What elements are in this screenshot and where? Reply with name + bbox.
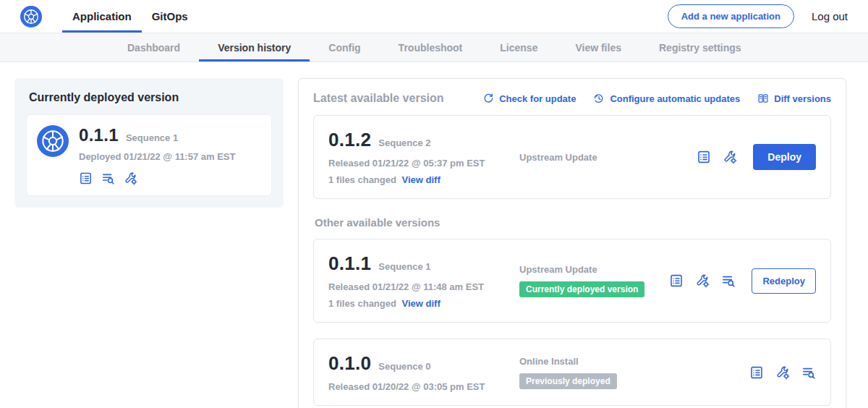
deployed-sequence: Sequence 1: [126, 132, 178, 143]
deploy-button[interactable]: Deploy: [753, 144, 816, 170]
app-icon: [37, 125, 69, 185]
panel-actions: Check for update Configure automatic upd…: [482, 93, 831, 104]
latest-available-title: Latest available version: [313, 92, 444, 105]
redeploy-button[interactable]: Redeploy: [752, 268, 816, 294]
diff-icon: [757, 93, 769, 104]
edit-config-icon[interactable]: [695, 273, 710, 288]
previously-deployed-badge: Previously deployed: [519, 373, 617, 389]
configure-automatic-updates-label: Configure automatic updates: [610, 93, 740, 104]
top-tabs: Application GitOps: [62, 0, 198, 33]
kubernetes-logo: [20, 0, 42, 33]
version-actions: Deploy: [697, 144, 816, 170]
preflight-checks-icon[interactable]: [801, 365, 816, 380]
configure-automatic-updates-link[interactable]: Configure automatic updates: [593, 93, 740, 104]
version-number: 0.1.0: [328, 352, 371, 375]
diff-versions-label: Diff versions: [774, 93, 831, 104]
other-versions-title: Other available versions: [315, 216, 831, 229]
version-sequence: Sequence 2: [378, 137, 430, 148]
version-sequence: Sequence 1: [378, 261, 430, 272]
subnav-troubleshoot[interactable]: Troubleshoot: [380, 33, 482, 61]
deployed-action-icons: [79, 171, 235, 185]
tab-application[interactable]: Application: [62, 0, 142, 33]
files-changed-label: 1 files changed: [328, 298, 396, 309]
released-timestamp: Released 01/21/22 @ 11:48 am EST: [328, 281, 511, 292]
version-actions: Redeploy: [669, 268, 816, 294]
subnav-version-history[interactable]: Version history: [199, 33, 310, 61]
edit-config-icon[interactable]: [124, 171, 137, 185]
version-actions: [749, 365, 816, 380]
edit-config-icon[interactable]: [775, 365, 790, 380]
version-source: Upstream Update Currently deployed versi…: [511, 264, 669, 297]
diff-versions-link[interactable]: Diff versions: [757, 93, 831, 104]
header-right: Add a new application Log out: [668, 0, 848, 33]
auto-update-clock-icon: [593, 93, 605, 104]
add-application-button[interactable]: Add a new application: [668, 4, 794, 28]
view-diff-link[interactable]: View diff: [402, 174, 441, 185]
version-info: 0.1.2 Sequence 2 Released 01/21/22 @ 05:…: [328, 129, 511, 185]
edit-config-icon[interactable]: [723, 150, 737, 164]
source-label: Upstream Update: [519, 152, 697, 163]
preflight-checks-icon[interactable]: [721, 273, 736, 288]
panel-header: Latest available version Check for updat…: [313, 92, 831, 105]
version-row: 0.1.1 Sequence 1 Released 01/21/22 @ 11:…: [313, 239, 831, 323]
subnav-dashboard[interactable]: Dashboard: [109, 33, 199, 61]
version-source: Online Install Previously deployed: [511, 356, 749, 389]
main-content: Currently deployed version 0.1.1 Sequenc…: [0, 62, 868, 408]
subnav-config[interactable]: Config: [310, 33, 379, 61]
released-timestamp: Released 01/21/22 @ 05:37 pm EST: [328, 158, 511, 169]
version-row: 0.1.0 Sequence 0 Released 01/20/22 @ 03:…: [313, 339, 831, 406]
logout-link[interactable]: Log out: [812, 10, 848, 22]
app-subnav: Dashboard Version history Config Trouble…: [0, 33, 868, 62]
release-notes-icon[interactable]: [749, 365, 764, 380]
source-label: Online Install: [519, 356, 749, 367]
subnav-view-files[interactable]: View files: [556, 33, 640, 61]
version-info: 0.1.0 Sequence 0 Released 01/20/22 @ 03:…: [328, 352, 511, 392]
version-info: 0.1.1 Sequence 1 Released 01/21/22 @ 11:…: [328, 252, 511, 309]
version-row: 0.1.2 Sequence 2 Released 01/21/22 @ 05:…: [313, 115, 831, 199]
currently-deployed-card: Currently deployed version 0.1.1 Sequenc…: [14, 78, 284, 208]
release-notes-icon[interactable]: [669, 273, 684, 288]
check-for-update-link[interactable]: Check for update: [482, 93, 576, 104]
version-number: 0.1.1: [328, 252, 371, 275]
release-notes-icon[interactable]: [697, 150, 711, 164]
check-for-update-label: Check for update: [499, 93, 576, 104]
released-timestamp: Released 01/20/22 @ 03:05 pm EST: [328, 381, 511, 392]
top-header: Application GitOps Add a new application…: [0, 0, 868, 33]
subnav-license[interactable]: License: [481, 33, 556, 61]
version-number: 0.1.2: [328, 129, 371, 151]
refresh-icon: [482, 93, 494, 104]
subnav-registry-settings[interactable]: Registry settings: [640, 33, 760, 61]
deployed-version-card: 0.1.1 Sequence 1 Deployed 01/21/22 @ 11:…: [26, 114, 272, 196]
deployed-version-number: 0.1.1: [79, 125, 119, 145]
version-history-panel: Latest available version Check for updat…: [298, 78, 846, 408]
preflight-checks-icon[interactable]: [101, 171, 115, 185]
release-notes-icon[interactable]: [79, 171, 93, 185]
view-diff-link[interactable]: View diff: [402, 298, 441, 309]
deployed-timestamp: Deployed 01/21/22 @ 11:57 am EST: [79, 151, 235, 162]
currently-deployed-badge: Currently deployed version: [519, 281, 644, 297]
version-sequence: Sequence 0: [378, 361, 430, 372]
source-label: Upstream Update: [519, 264, 669, 275]
deployed-info: 0.1.1 Sequence 1 Deployed 01/21/22 @ 11:…: [79, 125, 235, 185]
tab-gitops[interactable]: GitOps: [142, 0, 198, 33]
version-source: Upstream Update: [511, 152, 697, 163]
deployed-card-title: Currently deployed version: [29, 91, 272, 104]
files-changed-label: 1 files changed: [328, 174, 396, 185]
